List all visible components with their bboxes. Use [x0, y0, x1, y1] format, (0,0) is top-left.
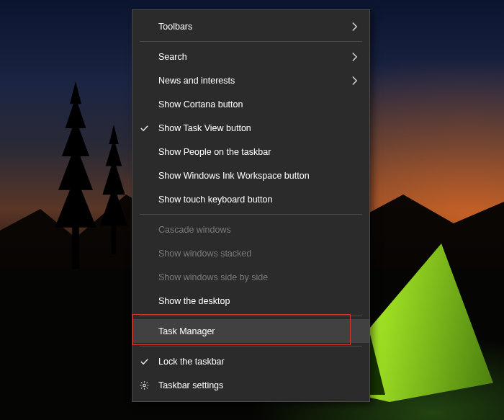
menu-item-label: Show Task View button: [158, 123, 359, 133]
check-icon: [140, 123, 151, 133]
menu-item-label: Search: [158, 52, 359, 62]
menu-item-label: Show People on the taskbar: [158, 147, 359, 157]
menu-item-label: Show Windows Ink Workspace button: [158, 171, 359, 181]
svg-line-7: [147, 382, 148, 383]
svg-line-8: [141, 388, 142, 388]
menu-item-label: Show the desktop: [158, 296, 359, 306]
menu-item-locktaskbar[interactable]: Lock the taskbar: [132, 349, 369, 373]
menu-item-news[interactable]: News and interests: [132, 68, 369, 92]
svg-line-6: [147, 388, 148, 388]
menu-item-cortana[interactable]: Show Cortana button: [132, 92, 369, 116]
menu-item-settings[interactable]: Taskbar settings: [132, 373, 369, 397]
menu-item-label: Toolbars: [158, 22, 359, 32]
menu-item-label: Lock the taskbar: [158, 357, 359, 367]
menu-item-sidebyside: Show windows side by side: [132, 265, 369, 289]
chevron-right-icon: [350, 22, 359, 31]
menu-separator: [140, 346, 362, 347]
menu-item-label: News and interests: [158, 76, 359, 86]
svg-line-5: [141, 382, 142, 383]
svg-point-0: [143, 384, 146, 387]
menu-item-label: Show windows side by side: [158, 272, 359, 282]
menu-separator: [140, 316, 362, 316]
menu-item-ink[interactable]: Show Windows Ink Workspace button: [132, 164, 369, 187]
menu-separator: [140, 41, 362, 42]
check-icon: [140, 357, 151, 366]
menu-item-touchkb[interactable]: Show touch keyboard button: [132, 187, 369, 211]
menu-item-label: Show windows stacked: [158, 249, 359, 259]
menu-item-people[interactable]: Show People on the taskbar: [132, 140, 369, 164]
menu-item-stacked: Show windows stacked: [132, 241, 369, 265]
menu-separator: [140, 214, 362, 215]
menu-item-taskmanager[interactable]: Task Manager: [132, 319, 369, 343]
gear-icon: [140, 380, 151, 390]
menu-item-showdesktop[interactable]: Show the desktop: [132, 289, 369, 313]
menu-item-label: Taskbar settings: [158, 380, 359, 390]
menu-item-toolbars[interactable]: Toolbars: [132, 14, 369, 38]
menu-item-label: Cascade windows: [158, 225, 359, 235]
taskbar-context-menu[interactable]: ToolbarsSearchNews and interestsShow Cor…: [132, 9, 370, 402]
menu-item-label: Show touch keyboard button: [158, 195, 359, 205]
chevron-right-icon: [350, 76, 359, 85]
menu-item-label: Show Cortana button: [158, 99, 359, 110]
desktop-wallpaper: ToolbarsSearchNews and interestsShow Cor…: [0, 0, 504, 420]
chevron-right-icon: [350, 52, 359, 61]
menu-item-label: Task Manager: [158, 326, 359, 336]
menu-item-search[interactable]: Search: [132, 45, 369, 68]
menu-item-cascade: Cascade windows: [132, 218, 369, 241]
menu-item-taskview[interactable]: Show Task View button: [132, 116, 369, 140]
